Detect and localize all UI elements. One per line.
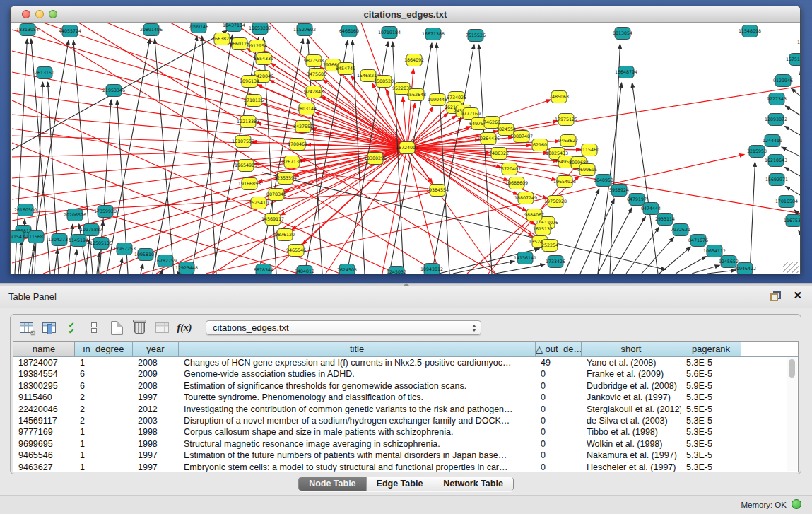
graph-node[interactable]: 8813054 (613, 28, 632, 40)
graph-node[interactable]: 9129946 (773, 75, 793, 87)
function-builder-button[interactable]: f(x) (173, 318, 196, 338)
tab-network-table[interactable]: Network Table (433, 477, 513, 491)
table-row[interactable]: 969969511998Structural magnetic resonanc… (13, 438, 798, 450)
graph-node[interactable]: 20891406 (140, 24, 163, 36)
graph-node[interactable]: 10946422 (734, 263, 756, 275)
graph-node[interactable]: 2099146 (189, 23, 208, 33)
create-table-button[interactable] (105, 318, 128, 338)
column-header-year[interactable]: year (133, 342, 179, 356)
graph-node[interactable]: 9245032 (387, 267, 406, 275)
graph-node[interactable]: 1654339 (254, 53, 273, 65)
graph-node[interactable]: 9484012 (295, 266, 314, 275)
network-canvas[interactable]: 7663822966012899129541654339224200469896… (11, 23, 800, 274)
table-row[interactable]: 946554611997Estimation of the future num… (13, 450, 798, 461)
graph-node[interactable]: 12923448 (175, 262, 198, 274)
graph-node[interactable]: 21953346 (102, 85, 125, 97)
graph-node[interactable]: 17975125 (555, 114, 577, 126)
column-header-in_degree[interactable]: in_degree (75, 342, 133, 356)
graph-node[interactable]: 9465546 (286, 245, 306, 257)
graph-node[interactable]: 8878340 (266, 189, 286, 201)
table-row[interactable]: 977716911998Corpus callosum shape and si… (13, 426, 798, 438)
graph-node[interactable]: 11548098 (739, 25, 761, 37)
resize-grip-icon[interactable] (783, 262, 799, 273)
table-row[interactable]: 946362711997Embryonic stem cells: a mode… (13, 462, 798, 472)
graph-node[interactable]: 7624503 (337, 264, 357, 275)
graph-node[interactable]: 11527602 (293, 24, 316, 36)
column-header-name[interactable]: name (13, 342, 75, 356)
graph-node[interactable]: 10943012 (420, 264, 443, 275)
graph-node[interactable]: 391547 (11, 231, 25, 243)
row-height-button[interactable] (83, 318, 105, 338)
graph-node[interactable]: 10688609 (505, 177, 528, 189)
graph-node[interactable]: 10719184 (378, 27, 401, 39)
graph-node[interactable]: 26160500 (14, 204, 37, 216)
memory-ok-icon[interactable] (792, 499, 801, 509)
table-row[interactable]: 1456911722003Disruption of a novel membe… (13, 415, 798, 426)
graph-node[interactable]: 2613150 (35, 67, 54, 79)
graph-node[interactable]: 1115681 (26, 231, 46, 243)
graph-node[interactable]: 9896134 (240, 76, 259, 88)
graph-node[interactable]: 9115460 (579, 144, 599, 156)
graph-node[interactable]: 5958924 (609, 185, 629, 197)
graph-node[interactable]: 19654923 (553, 176, 576, 188)
graph-node[interactable]: 2933114 (655, 214, 675, 226)
graph-node[interactable]: 16671388 (422, 28, 445, 40)
graph-node[interactable]: 1640953 (594, 175, 613, 187)
table-row[interactable]: 1938455462009Genome-wide association stu… (13, 368, 798, 380)
graph-node[interactable]: 8471676 (688, 235, 708, 247)
graph-node[interactable]: 62160 (532, 139, 548, 151)
show-columns-button[interactable] (37, 318, 60, 338)
graph-node[interactable]: 9227343 (767, 93, 787, 105)
column-header-short[interactable]: short (582, 342, 681, 356)
graph-node[interactable]: 15218586 (797, 37, 800, 49)
close-panel-icon[interactable] (793, 289, 802, 302)
graph-node[interactable]: 7486322 (489, 148, 509, 160)
graph-node[interactable]: 9699695 (577, 164, 597, 176)
table-row[interactable]: 2242004622012Investigating the contribut… (13, 404, 798, 415)
graph-node[interactable]: 7932621 (671, 224, 690, 236)
graph-node[interactable]: 7663822 (212, 33, 232, 45)
graph-node[interactable]: 44055724 (59, 25, 81, 37)
graph-node[interactable]: 7525410 (249, 197, 269, 209)
graph-node[interactable]: 16107553 (232, 136, 254, 148)
graph-node[interactable]: 1145194 (69, 235, 88, 247)
graph-node[interactable]: 15751074 (786, 54, 800, 66)
graph-node[interactable]: 15720407 (498, 163, 521, 175)
graph-node[interactable]: 3475685 (307, 69, 326, 81)
delete-table-button[interactable] (128, 318, 151, 338)
graph-node[interactable]: 10654112 (703, 245, 726, 257)
graph-node[interactable]: 12042737 (48, 234, 71, 246)
tab-edge-table[interactable]: Edge Table (366, 477, 433, 491)
graph-node[interactable]: 3215953 (747, 146, 767, 158)
graph-node[interactable]: 9876120 (275, 229, 295, 241)
table-select-dropdown[interactable]: citations_edges.txt (206, 320, 481, 335)
graph-node[interactable]: 9463627 (558, 135, 578, 147)
graph-node[interactable]: 10975887 (80, 224, 102, 236)
graph-node[interactable]: 1615132 (533, 223, 553, 235)
graph-node[interactable]: 12093872 (765, 114, 787, 126)
graph-node[interactable]: 16210643 (765, 155, 787, 167)
graph-node[interactable]: 18437104 (223, 23, 245, 32)
graph-node[interactable]: 2718126 (244, 95, 264, 107)
graph-node[interactable]: 8454749 (336, 63, 355, 75)
scrollbar-thumb[interactable] (789, 359, 795, 378)
column-header-out_de[interactable]: △ out_de… (536, 342, 582, 356)
graph-node[interactable]: 18313054 (16, 24, 39, 36)
graph-node[interactable]: 1167533 (784, 215, 800, 227)
graph-node[interactable]: 7515526 (466, 30, 486, 42)
vertical-scrollbar[interactable] (787, 357, 797, 471)
column-header-pagerank[interactable]: pagerank (681, 342, 741, 356)
graph-node[interactable]: 9474444 (641, 203, 661, 215)
graph-node[interactable]: 9660128 (230, 38, 249, 50)
citation-network-graph[interactable]: 7663822966012899129541654339224200469896… (11, 23, 800, 274)
table-options-button[interactable] (15, 318, 37, 338)
graph-node[interactable]: 9912954 (247, 40, 267, 52)
graph-node[interactable]: 12213383 (237, 116, 259, 128)
graph-node[interactable]: 1733426 (546, 256, 565, 268)
graph-node[interactable]: 10653287 (249, 23, 271, 35)
network-window-titlebar[interactable]: citations_edges.txt (11, 6, 800, 23)
column-header-title[interactable]: title (179, 342, 536, 356)
graph-node[interactable]: 252254 (541, 240, 558, 252)
graph-node[interactable]: 19166853 (238, 178, 261, 190)
tab-node-table[interactable]: Node Table (299, 477, 365, 491)
